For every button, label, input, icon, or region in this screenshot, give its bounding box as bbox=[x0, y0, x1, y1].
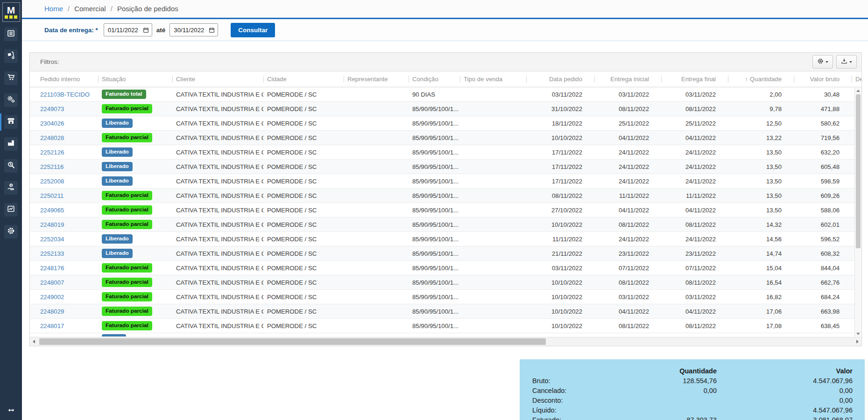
order-link[interactable]: 2248007 bbox=[40, 279, 64, 286]
order-link[interactable]: 2248029 bbox=[40, 308, 64, 315]
cell-condicao: 85/90/95/100/1... bbox=[409, 250, 460, 257]
cell-entrega-final: 23/11/2022 bbox=[661, 250, 728, 257]
order-link[interactable]: 2252126 bbox=[40, 149, 64, 156]
cell-entrega-inicial: 04/11/2022 bbox=[594, 134, 661, 141]
sidebar-item-financial-search[interactable]: $ bbox=[4, 159, 18, 173]
order-link[interactable]: 2248017 bbox=[40, 322, 64, 329]
column-header[interactable]: Data pedido bbox=[526, 76, 594, 83]
cell-pedido-interno: 2248019 bbox=[30, 221, 98, 228]
column-header[interactable]: Entrega final bbox=[661, 76, 728, 83]
status-badge: Faturado parcial bbox=[102, 321, 152, 330]
summary-box: Quantidade Valor Bruto:128.554,764.547.0… bbox=[520, 359, 865, 420]
consultar-button[interactable]: Consultar bbox=[231, 23, 275, 37]
cell-cliente: CATIVA TEXTIL INDUSTRIA E C... bbox=[172, 178, 263, 185]
scroll-right-arrow-icon[interactable] bbox=[854, 337, 861, 346]
cell-pedido-interno: 2248017 bbox=[30, 322, 98, 329]
breadcrumb-item[interactable]: Comercial bbox=[74, 5, 106, 13]
sidebar-item-store[interactable] bbox=[4, 115, 18, 129]
sidebar-item-industry[interactable] bbox=[4, 137, 18, 151]
order-link[interactable]: 2252133 bbox=[40, 250, 64, 257]
cell-pedido-interno: 2252133 bbox=[30, 250, 98, 257]
table-row-partial bbox=[30, 333, 861, 336]
column-header[interactable]: Cliente bbox=[172, 76, 263, 83]
order-link[interactable]: 2249073 bbox=[40, 105, 64, 112]
summary-row: Faturado:87.303,733.081.068,07 bbox=[520, 415, 865, 420]
column-header[interactable]: Tipo de venda bbox=[460, 76, 526, 83]
horizontal-scrollbar[interactable] bbox=[30, 337, 861, 346]
sidebar-item-reports[interactable] bbox=[4, 203, 18, 217]
cell-cliente: CATIVA TEXTIL INDUSTRIA E C... bbox=[172, 105, 263, 112]
column-header[interactable]: Valor bruto bbox=[794, 76, 852, 83]
date-from-input[interactable] bbox=[104, 23, 152, 36]
status-badge: Faturado parcial bbox=[102, 278, 152, 287]
sidebar-item-receivables[interactable]: $ bbox=[4, 181, 18, 195]
breadcrumb-separator: / bbox=[111, 5, 113, 13]
order-link[interactable]: 2248019 bbox=[40, 221, 64, 228]
order-link[interactable]: 2249065 bbox=[40, 207, 64, 214]
order-link[interactable]: 2252034 bbox=[40, 236, 64, 243]
cell-valor-bruto: 588,06 bbox=[794, 207, 852, 214]
cell-quantidade: 2,00 bbox=[728, 91, 794, 98]
vertical-scrollbar[interactable] bbox=[854, 88, 861, 337]
date-to-wrap bbox=[169, 23, 218, 36]
column-header[interactable]: Situação bbox=[98, 76, 172, 83]
table-row: 2252126LiberadoCATIVA TEXTIL INDUSTRIA E… bbox=[30, 145, 861, 160]
sidebar-collapse-button[interactable] bbox=[0, 407, 22, 415]
status-badge: Faturado parcial bbox=[102, 104, 152, 113]
scroll-left-arrow-icon[interactable] bbox=[30, 337, 38, 346]
sidebar-item-settings[interactable] bbox=[4, 225, 18, 238]
cell-valor-bruto: 602,01 bbox=[794, 221, 852, 228]
sidebar-item-list[interactable] bbox=[4, 28, 18, 41]
order-link[interactable]: 2252116 bbox=[40, 163, 64, 170]
cell-condicao: 85/90/95/100/1... bbox=[409, 178, 460, 185]
scroll-down-arrow-icon[interactable] bbox=[856, 333, 860, 335]
breadcrumb-item[interactable]: Home bbox=[44, 5, 63, 13]
breadcrumb-separator: / bbox=[68, 5, 70, 13]
app-logo[interactable]: M bbox=[2, 2, 20, 22]
cell-cliente: CATIVA TEXTIL INDUSTRIA E C... bbox=[172, 91, 263, 98]
cell-cidade: POMERODE / SC bbox=[263, 163, 344, 170]
order-link[interactable]: 2252008 bbox=[40, 178, 64, 185]
cell-data-pedido: 21/11/2022 bbox=[526, 250, 594, 257]
cell-entrega-inicial: 11/11/2022 bbox=[594, 192, 661, 199]
column-header[interactable]: Des... bbox=[852, 76, 861, 83]
cell-data-pedido: 17/11/2022 bbox=[526, 163, 594, 170]
column-header[interactable]: Cidade bbox=[263, 76, 344, 83]
status-badge: Faturado parcial bbox=[102, 263, 152, 273]
cell-condicao: 85/90/95/100/1... bbox=[409, 308, 460, 315]
sidebar-item-sales[interactable] bbox=[4, 71, 18, 85]
table-row: 2252008LiberadoCATIVA TEXTIL INDUSTRIA E… bbox=[30, 174, 861, 189]
cell-quantidade: 15,04 bbox=[728, 265, 794, 272]
cell-condicao: 85/90/95/100/1... bbox=[409, 149, 460, 156]
order-link[interactable]: 221103B-TECIDO bbox=[40, 91, 90, 98]
cell-cidade: POMERODE / SC bbox=[263, 221, 344, 228]
sidebar-item-logistics[interactable] bbox=[4, 49, 18, 63]
horizontal-scrollbar-thumb[interactable] bbox=[39, 338, 546, 345]
cell-valor-bruto: 638,45 bbox=[794, 322, 852, 329]
table-settings-button[interactable] bbox=[812, 55, 833, 69]
column-header[interactable]: Condição bbox=[409, 76, 460, 83]
column-header[interactable]: ↑ Quantidade bbox=[728, 76, 794, 83]
cell-pedido-interno: 2248176 bbox=[30, 265, 98, 272]
order-link[interactable]: 2248028 bbox=[40, 134, 64, 141]
export-button[interactable] bbox=[836, 55, 857, 69]
cell-cliente: CATIVA TEXTIL INDUSTRIA E C... bbox=[172, 322, 263, 329]
column-header[interactable]: Entrega inicial bbox=[594, 76, 661, 83]
date-to-input[interactable] bbox=[169, 23, 218, 36]
order-link[interactable]: 2250211 bbox=[40, 192, 64, 199]
order-link[interactable]: 2304026 bbox=[40, 120, 64, 127]
store-icon bbox=[7, 117, 15, 127]
cell-valor-bruto: 605,48 bbox=[794, 163, 852, 170]
order-link[interactable]: 2248176 bbox=[40, 265, 64, 272]
column-header[interactable]: Representante bbox=[344, 76, 409, 83]
cell-condicao: 85/90/95/100/1... bbox=[409, 163, 460, 170]
cell-entrega-inicial: 24/11/2022 bbox=[594, 178, 661, 185]
sidebar-item-production[interactable] bbox=[4, 93, 18, 107]
scroll-up-arrow-icon[interactable] bbox=[856, 90, 860, 92]
summary-label: Faturado: bbox=[532, 416, 612, 420]
order-link[interactable]: 2249002 bbox=[40, 294, 64, 301]
logo-letter: M bbox=[7, 6, 15, 14]
vertical-scrollbar-thumb[interactable] bbox=[856, 94, 861, 248]
column-header[interactable]: Pedido interno bbox=[30, 76, 98, 83]
cell-data-pedido: 18/11/2022 bbox=[526, 120, 594, 127]
